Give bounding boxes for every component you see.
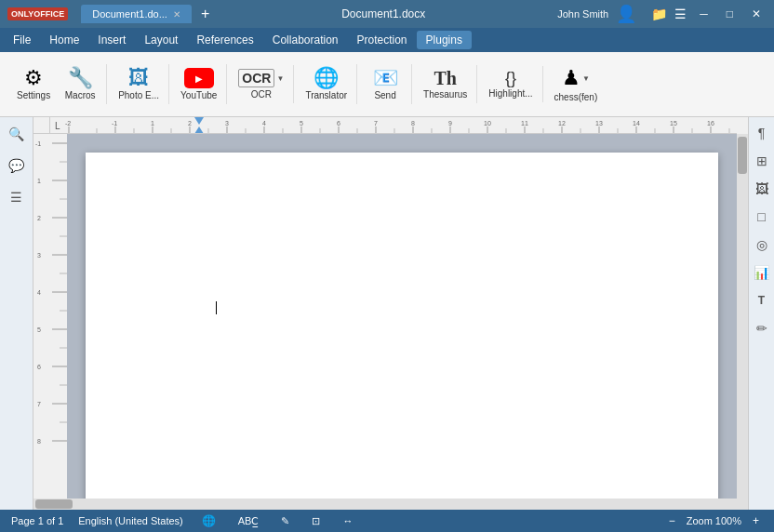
profile-icon[interactable]: 👤	[616, 4, 636, 24]
menu-file[interactable]: File	[4, 31, 40, 49]
send-icon: 📧	[373, 68, 398, 88]
menu-layout[interactable]: Layout	[135, 31, 187, 49]
settings-button[interactable]: ⚙ Settings	[11, 64, 56, 104]
toolbar-group-translator: 🌐 Translator	[296, 64, 357, 104]
right-tool-paragraph[interactable]: ¶	[752, 123, 772, 143]
svg-text:-1: -1	[35, 140, 41, 147]
right-tool-image[interactable]: 🖼	[752, 179, 772, 199]
menu-bar: File Home Insert Layout References Colla…	[0, 28, 774, 52]
macros-label: Macros	[65, 90, 96, 100]
left-sidebar: 🔍 💬 ☰	[0, 117, 33, 510]
tab-close-button[interactable]: ✕	[173, 9, 180, 20]
document-page[interactable]	[86, 153, 718, 499]
youtube-button[interactable]: YouTube	[175, 64, 222, 104]
svg-text:4: 4	[37, 289, 41, 296]
svg-text:11: 11	[521, 120, 528, 126]
svg-text:6: 6	[37, 364, 41, 370]
fit-width-button[interactable]: ↔	[339, 514, 356, 527]
translator-icon: 🌐	[314, 68, 339, 88]
fit-page-button[interactable]: ⊡	[308, 514, 324, 528]
highlight-button[interactable]: {} Highlight...	[483, 66, 538, 102]
translator-button[interactable]: 🌐 Translator	[300, 64, 353, 104]
title-bar-right: John Smith 👤 📁 ☰ ─ □ ✕	[557, 4, 767, 24]
svg-text:7: 7	[374, 120, 378, 126]
tab-label: Document1.do...	[92, 8, 167, 20]
svg-text:10: 10	[484, 120, 491, 126]
highlight-label: Highlight...	[488, 88, 532, 99]
spell-check-toggle[interactable]: ABC̲	[234, 514, 263, 528]
svg-text:3: 3	[37, 252, 41, 259]
menu-button[interactable]: ☰	[674, 7, 687, 21]
ocr-button[interactable]: OCR ▼ OCR	[233, 65, 289, 103]
svg-text:9: 9	[448, 120, 452, 126]
right-tool-shape[interactable]: □	[752, 206, 772, 227]
svg-text:-1: -1	[112, 120, 117, 126]
left-tool-nav[interactable]: ☰	[6, 186, 28, 208]
text-cursor	[216, 301, 217, 314]
right-tool-table[interactable]: ⊞	[752, 151, 772, 171]
horizontal-ruler: -2 -1 1 2 3	[50, 117, 737, 134]
toolbar-group-send: 📧 Send	[359, 64, 412, 104]
new-tab-button[interactable]: +	[201, 6, 209, 22]
right-tool-signature[interactable]: ✏	[752, 318, 772, 339]
document-tab[interactable]: Document1.do... ✕	[81, 5, 192, 23]
page-area[interactable]	[67, 134, 737, 499]
menu-insert[interactable]: Insert	[88, 31, 135, 49]
left-tool-search[interactable]: 🔍	[6, 123, 28, 145]
close-button[interactable]: ✕	[746, 6, 767, 22]
toolbar-group-photo: 🖼 Photo E...	[109, 64, 169, 104]
ocr-icon-row: OCR ▼	[238, 69, 284, 87]
right-tool-object[interactable]: ◎	[752, 234, 772, 255]
vertical-scrollbar[interactable]	[737, 134, 748, 499]
maximize-button[interactable]: □	[721, 6, 739, 22]
open-folder-button[interactable]: 📁	[651, 7, 667, 21]
right-tool-chart[interactable]: 📊	[752, 262, 772, 283]
svg-text:5: 5	[300, 120, 303, 126]
title-bar-left: ONLYOFFICE Document1.do... ✕ +	[7, 5, 209, 23]
left-tool-comments[interactable]: 💬	[6, 154, 28, 177]
thesaurus-button[interactable]: Th Thesaurus	[418, 65, 473, 103]
send-button[interactable]: 📧 Send	[363, 64, 407, 104]
zoom-in-button[interactable]: +	[749, 513, 763, 528]
highlight-icon: {}	[505, 70, 516, 86]
editor-main: -1 1 2 3 4	[33, 134, 748, 499]
menu-home[interactable]: Home	[40, 31, 88, 49]
minimize-button[interactable]: ─	[694, 6, 714, 22]
macros-button[interactable]: 🔧 Macros	[58, 64, 102, 104]
vertical-ruler: -1 1 2 3 4	[33, 134, 67, 499]
spell-check-button[interactable]: 🌐	[198, 513, 220, 528]
svg-text:-2: -2	[65, 120, 71, 126]
document-title: Document1.docx	[209, 7, 557, 20]
zoom-controls: − Zoom 100% +	[665, 513, 763, 528]
ruler-row: -2 -1 1 2 3	[33, 117, 748, 134]
chess-dropdown-arrow: ▼	[582, 74, 590, 83]
toolbar-group-thesaurus: Th Thesaurus	[414, 65, 477, 103]
youtube-icon	[184, 68, 214, 88]
svg-text:1: 1	[37, 178, 41, 184]
toolbar: ⚙ Settings 🔧 Macros 🖼 Photo E... YouTube…	[0, 52, 774, 117]
right-tool-text[interactable]: T	[752, 290, 772, 311]
language[interactable]: English (United States)	[78, 515, 183, 526]
ocr-dropdown-arrow: ▼	[276, 74, 284, 83]
chess-button[interactable]: ♟ ▼ chess(fen)	[549, 62, 604, 106]
menu-collaboration[interactable]: Collaboration	[263, 31, 348, 49]
toolbar-group-settings: ⚙ Settings 🔧 Macros	[7, 64, 107, 104]
scrollbar-thumb[interactable]	[738, 137, 747, 174]
svg-text:5: 5	[37, 326, 41, 333]
horizontal-scrollbar-thumb[interactable]	[35, 499, 73, 509]
thesaurus-label: Thesaurus	[423, 89, 467, 100]
track-changes-button[interactable]: ✎	[277, 514, 293, 528]
thesaurus-icon: Th	[434, 69, 456, 87]
page-content[interactable]	[86, 153, 718, 392]
menu-plugins[interactable]: Plugins	[417, 31, 472, 49]
horizontal-scrollbar[interactable]	[33, 499, 748, 510]
menu-protection[interactable]: Protection	[348, 31, 417, 49]
ocr-icon: OCR	[238, 69, 274, 87]
photo-label: Photo E...	[118, 90, 159, 100]
zoom-out-button[interactable]: −	[665, 513, 679, 528]
photo-edit-button[interactable]: 🖼 Photo E...	[113, 64, 165, 104]
svg-text:3: 3	[225, 120, 229, 126]
youtube-label: YouTube	[180, 90, 217, 100]
menu-references[interactable]: References	[187, 31, 262, 49]
chess-icon: ♟	[562, 66, 580, 90]
